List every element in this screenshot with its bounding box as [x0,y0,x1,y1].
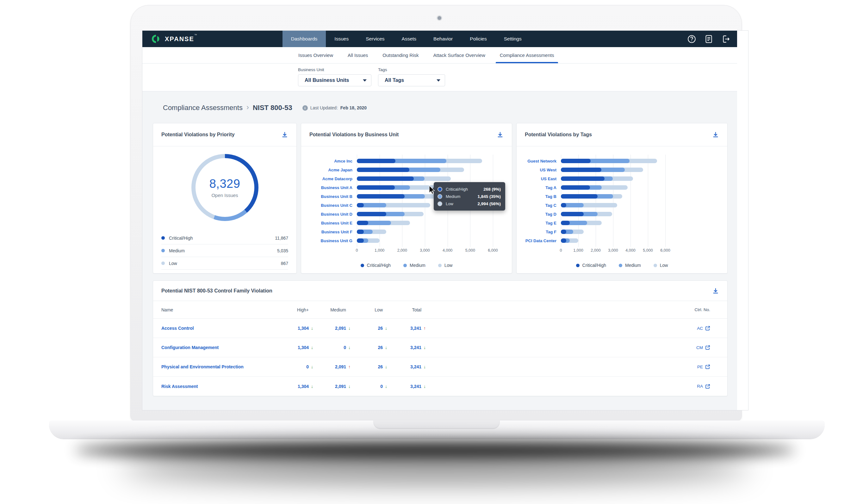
tags-select[interactable]: All Tags [378,74,445,86]
category-label[interactable]: Tag A [516,185,561,190]
bar-group[interactable] [357,227,493,236]
category-label[interactable]: PCI Data Center [516,238,561,243]
nav-item-policies[interactable]: Policies [461,31,495,47]
bar-group[interactable] [357,210,493,218]
business-unit-bar-chart: Amce IncAcme JapanAcme DatacorpBusiness … [301,156,512,268]
tooltip-value: 268 (9%) [483,187,501,192]
business-unit-select[interactable]: All Business Units [298,74,371,86]
tab-outstanding-risk[interactable]: Outstanding Risk [375,47,426,63]
category-label[interactable]: Tag F [516,229,561,234]
bar-group[interactable] [561,192,665,201]
changelog-icon[interactable] [705,35,713,43]
bar-group[interactable] [357,236,493,245]
bar-critical [561,176,604,181]
bar-group[interactable] [561,156,665,165]
bar-row-business-unit-e: Business Unit E [301,218,512,227]
tab-issues-overview[interactable]: Issues Overview [291,47,340,63]
col-low: Low [355,307,383,312]
download-icon[interactable] [497,131,504,138]
table-header-row: Name High+ Medium Low Total Ctrl. No. [153,301,727,319]
tab-all-issues[interactable]: All Issues [340,47,375,63]
x-axis-tick: 4,000 [625,248,635,253]
brand-logo: XPANSE™ [142,31,197,47]
x-axis-tick: 4,000 [442,248,452,253]
ctrl-no-link[interactable]: AC [678,326,719,331]
control-family-link[interactable]: Configuration Management [161,345,267,350]
category-label[interactable]: Business Unit A [301,185,357,190]
category-label[interactable]: Business Unit D [301,212,357,217]
priority-legend-row-critical-high: Critical/High 11,867 [161,232,288,244]
category-label[interactable]: Amce Inc [301,159,357,163]
legend-item-critical-high: Critical/High [576,263,606,268]
category-label[interactable]: Tag D [516,212,561,217]
category-label[interactable]: Business Unit G [301,238,357,243]
nav-item-services[interactable]: Services [357,31,393,47]
total-value: 3,241 [392,384,421,389]
category-label[interactable]: Guest Network [516,159,561,163]
ctrl-code: PE [697,365,703,369]
xpanse-logo-icon [152,34,161,43]
download-icon[interactable] [281,131,288,138]
ctrl-no-link[interactable]: CM [678,345,719,350]
bar-group[interactable] [357,218,493,227]
bar-group[interactable] [561,174,665,183]
nav-item-settings[interactable]: Settings [496,31,530,47]
category-label[interactable]: Business Unit F [301,229,357,234]
bar-row-business-unit-d: Business Unit D [301,210,512,218]
bar-group[interactable] [357,165,493,174]
legend-dot-icon [403,264,407,267]
control-family-link[interactable]: Access Control [161,326,267,331]
category-label[interactable]: US West [516,167,561,172]
bar-group[interactable] [561,236,665,245]
trend-down-icon: ↓ [421,384,431,389]
ctrl-no-link[interactable]: PE [678,364,719,369]
tab-attack-surface-overview[interactable]: Attack Surface Overview [426,47,492,63]
nav-item-assets[interactable]: Assets [393,31,425,47]
nav-item-issues[interactable]: Issues [326,31,357,47]
filters-bar: Business Unit All Business Units Tags Al… [142,64,737,91]
category-label[interactable]: Business Unit E [301,221,357,225]
tags-value: All Tags [385,77,404,83]
total-value: 3,241 [392,326,421,331]
bar-group[interactable] [561,183,665,192]
bar-group[interactable] [357,174,493,183]
nav-item-behavior[interactable]: Behavior [425,31,461,47]
control-family-link[interactable]: Risk Assessment [161,384,267,389]
category-label[interactable]: Business Unit B [301,194,357,199]
legend-value: 5,035 [277,248,288,253]
bar-critical [561,229,566,234]
nav-item-dashboards[interactable]: Dashboards [283,31,326,47]
download-icon[interactable] [712,287,719,294]
bar-critical [357,176,414,181]
help-icon[interactable] [687,35,696,43]
bar-group[interactable] [561,201,665,210]
control-family-link[interactable]: Physical and Environmental Protection [161,364,267,369]
last-updated-label: Last Updated: [310,105,338,110]
low-value: 26 [355,326,383,331]
download-icon[interactable] [712,131,719,138]
bar-group[interactable] [561,227,665,236]
priority-legend-row-medium: Medium 5,035 [161,244,288,257]
bar-group[interactable] [561,218,665,227]
tab-compliance-assessments[interactable]: Compliance Assessments [492,47,562,63]
category-label[interactable]: US East [516,176,561,181]
category-label[interactable]: Business Unit C [301,203,357,208]
legend-dot-icon [161,262,165,265]
category-label[interactable]: Tag B [516,194,561,199]
bar-group[interactable] [357,156,493,165]
ctrl-no-link[interactable]: RA [678,384,719,389]
col-high: High+ [267,307,309,312]
category-label[interactable]: Tag E [516,221,561,225]
logout-icon[interactable] [722,35,730,43]
legend-dot-icon [161,249,165,252]
dashboard-tabs: Issues OverviewAll IssuesOutstanding Ris… [142,47,737,64]
bar-group[interactable] [561,165,665,174]
category-label[interactable]: Acme Japan [301,167,357,172]
col-total: Total [392,307,421,312]
caret-down-icon [437,79,440,81]
category-label[interactable]: Acme Datacorp [301,176,357,181]
bar-group[interactable] [561,210,665,218]
category-label[interactable]: Tag C [516,203,561,208]
bar-row-amce-inc: Amce Inc [301,156,512,165]
bar-row-tag-f: Tag F [516,227,727,236]
